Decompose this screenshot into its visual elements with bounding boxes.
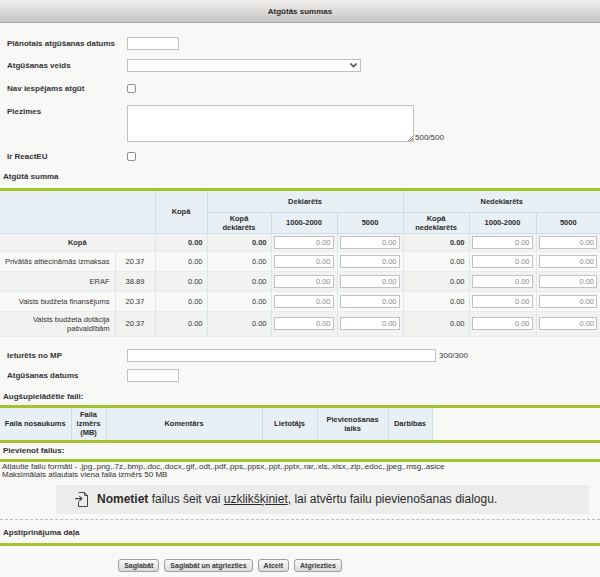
planned-date-label: Plānotais atgūšanas datums [0, 39, 127, 48]
sums-kopa-value: 0.00 [155, 251, 207, 271]
sums-declared-5000-input[interactable] [340, 255, 400, 268]
sums-undeclared-1000-2000-input[interactable] [472, 317, 533, 330]
notes-counter: 500/500 [415, 133, 444, 142]
max-size-text: Maksimālais atļautais viena faila izmērs… [2, 471, 600, 479]
withheld-row: Ieturēts no MP 300/300 [0, 349, 600, 362]
sums-header-undeclared: Nedeklarēts [403, 191, 600, 212]
sums-row-label: Valsts budžeta finansējums [0, 291, 115, 311]
sums-kopa-value: 0.00 [155, 311, 207, 336]
sums-undeclared-5000-input-cell [536, 233, 600, 251]
sums-undeclared-5000-input-cell [536, 291, 600, 311]
sums-declared-1000-2000-input[interactable] [274, 317, 334, 330]
sums-undeclared-5000-input[interactable] [539, 275, 598, 288]
not-recoverable-checkbox[interactable] [127, 84, 136, 93]
dropzone-click-link[interactable]: uzklikšķiniet [224, 492, 288, 506]
file-dropzone[interactable]: Nometiet failus šeit vai uzklikšķiniet, … [56, 485, 589, 514]
react-eu-label: Ir ReactEU [0, 152, 127, 161]
planned-date-input[interactable] [127, 37, 179, 50]
sums-undeclared-1000-2000-input[interactable] [472, 275, 533, 288]
sums-row-label: ERAF [0, 271, 115, 291]
sums-row-number: 20.37 [115, 291, 155, 311]
return-button[interactable]: Atgriezties [294, 559, 342, 572]
sums-declared-5000-input[interactable] [340, 295, 400, 308]
sums-header-empty [0, 191, 155, 233]
sums-declared-1000-2000-input[interactable] [274, 295, 334, 308]
sums-declared-5000-input-cell [337, 291, 403, 311]
notes-row: Piezīmes 500/500 [0, 105, 600, 142]
sums-kopa-value: 0.00 [155, 233, 207, 251]
confirmation-section-label: Apstiprinājuma daļa [0, 528, 600, 537]
sums-row-label: Privātās attiecināmās izmaksas [0, 251, 115, 271]
notes-textarea[interactable] [127, 105, 414, 142]
sums-undeclared-1000-2000-input[interactable] [472, 295, 533, 308]
notes-wrap: 500/500 [127, 105, 444, 142]
recovery-type-select[interactable] [127, 59, 361, 72]
sums-kopa-declared-value: 0.00 [207, 271, 271, 291]
recovery-type-row: Atgūšanas veids [0, 59, 600, 72]
sums-row-0: Kopā0.000.000.00 [0, 233, 600, 251]
sums-row-label: Kopā [0, 233, 155, 251]
files-header-actions: Darbības [388, 408, 432, 440]
sums-row-3: Valsts budžeta finansējums20.370.000.000… [0, 291, 600, 311]
sums-kopa-undeclared-value: 0.00 [403, 291, 469, 311]
sums-declared-5000-input-cell [337, 251, 403, 271]
sums-undeclared-1000-2000-input-cell [469, 311, 536, 336]
sums-kopa-value: 0.00 [155, 271, 207, 291]
recovery-date-row: Atgūšanas datums [0, 369, 600, 382]
sums-kopa-value: 0.00 [155, 291, 207, 311]
sums-kopa-declared-value: 0.00 [207, 311, 271, 336]
sums-row-label: Valsts budžeta dotācija pašvaldībām [0, 311, 115, 336]
sums-declared-5000-input[interactable] [340, 275, 400, 288]
dropzone-text: Nometiet failus šeit vai uzklikšķiniet, … [97, 492, 497, 506]
sums-header-range-a: 1000-2000 [271, 212, 337, 233]
sums-undeclared-5000-input-cell [536, 271, 600, 291]
sums-row-number: 20.37 [115, 311, 155, 336]
textarea-resize-handle[interactable] [127, 105, 414, 142]
cancel-button[interactable]: Atcelt [258, 559, 289, 572]
sums-undeclared-1000-2000-input-cell [469, 271, 536, 291]
sums-undeclared-5000-input[interactable] [539, 295, 598, 308]
files-header-row: Faila nosaukums Faila izmērs (MB) Koment… [0, 408, 432, 440]
sums-declared-5000-input-cell [337, 233, 403, 251]
withheld-input[interactable] [127, 349, 436, 362]
sums-row-number: 20.37 [115, 251, 155, 271]
sums-undeclared-5000-input[interactable] [539, 317, 598, 330]
sums-kopa-undeclared-value: 0.00 [403, 271, 469, 291]
recovered-sums-table: Kopā Deklarēts Nedeklarēts Kopā deklarēt… [0, 191, 600, 337]
react-eu-checkbox[interactable] [127, 152, 136, 161]
sums-declared-1000-2000-input[interactable] [274, 236, 334, 249]
save-and-return-button[interactable]: Saglabāt un atgriezties [164, 559, 252, 572]
recovery-date-input[interactable] [127, 369, 179, 382]
file-format-info: Atļautie failu formāti - .jpg,.png,.7z,.… [0, 463, 600, 479]
recovery-date-label: Atgūšanas datums [0, 371, 127, 380]
files-header-comment: Komentārs [106, 408, 262, 440]
sums-undeclared-5000-input[interactable] [539, 255, 598, 268]
save-button[interactable]: Saglabāt [118, 559, 159, 572]
sums-declared-1000-2000-input[interactable] [274, 255, 334, 268]
sums-header-kopa-declared: Kopā deklarēts [207, 212, 271, 233]
sums-kopa-declared-value: 0.00 [207, 291, 271, 311]
add-files-section-label: Pievienot failus: [0, 446, 600, 455]
sums-kopa-undeclared-value: 0.00 [403, 233, 469, 251]
sums-declared-1000-2000-input-cell [271, 311, 337, 336]
withheld-counter: 300/300 [439, 351, 468, 360]
sums-undeclared-1000-2000-input-cell [469, 233, 536, 251]
sums-declared-1000-2000-input-cell [271, 271, 337, 291]
sums-declared-5000-input[interactable] [340, 317, 400, 330]
page-title: Atgūtās summas [0, 0, 600, 23]
sums-header-range-d: 5000 [536, 212, 600, 233]
sums-undeclared-1000-2000-input-cell [469, 251, 536, 271]
sums-row-4: Valsts budžeta dotācija pašvaldībām20.37… [0, 311, 600, 336]
button-bar: Saglabāt Saglabāt un atgriezties Atcelt … [0, 559, 460, 572]
sums-undeclared-1000-2000-input[interactable] [472, 236, 533, 249]
sums-undeclared-1000-2000-input[interactable] [472, 255, 533, 268]
uploaded-files-section-label: Augšupielādētie faili: [0, 392, 600, 401]
recovered-sum-section-label: Atgūtā summa [0, 172, 600, 181]
files-header-user: Lietotājs [262, 408, 317, 440]
sums-declared-5000-input[interactable] [340, 236, 400, 249]
sums-kopa-undeclared-value: 0.00 [403, 311, 469, 336]
sums-undeclared-5000-input[interactable] [539, 236, 598, 249]
sums-declared-1000-2000-input-cell [271, 233, 337, 251]
sums-declared-1000-2000-input[interactable] [274, 275, 334, 288]
file-import-icon [75, 492, 88, 507]
